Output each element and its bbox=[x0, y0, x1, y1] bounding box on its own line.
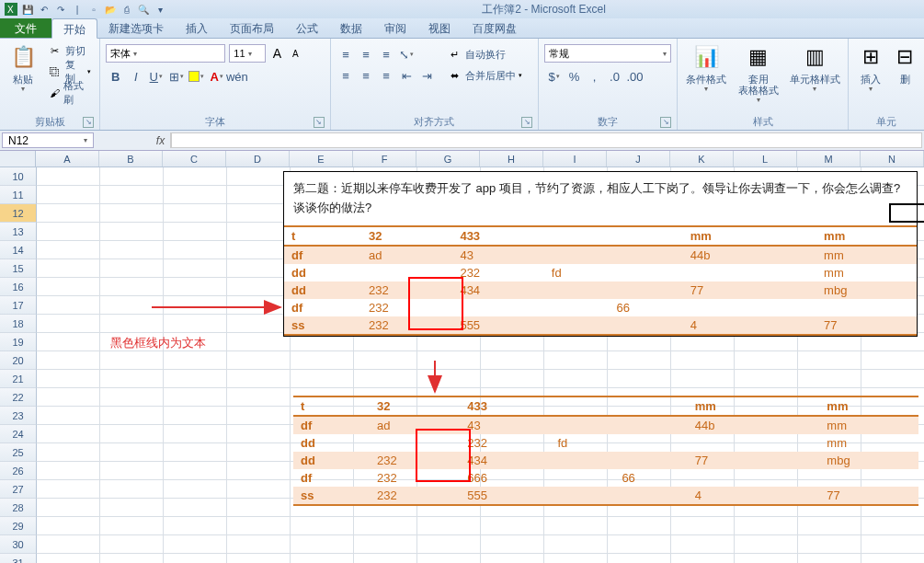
formula-input[interactable] bbox=[171, 132, 922, 148]
col-head-M[interactable]: M bbox=[797, 151, 861, 167]
indent-dec-button[interactable]: ⇤ bbox=[397, 65, 417, 86]
col-head-C[interactable]: C bbox=[163, 151, 226, 167]
table-format-button[interactable]: ▦套用 表格格式▾ bbox=[734, 40, 783, 104]
row-head-23[interactable]: 23 bbox=[0, 407, 37, 425]
row-head-15[interactable]: 15 bbox=[0, 259, 37, 278]
number-dialog-icon[interactable]: ↘ bbox=[660, 117, 671, 128]
font-color-button[interactable]: A bbox=[207, 66, 227, 86]
indent-inc-button[interactable]: ⇥ bbox=[417, 65, 438, 86]
grow-font-icon[interactable]: A bbox=[269, 46, 284, 61]
fx-button[interactable]: fx bbox=[151, 132, 171, 148]
merge-center-button[interactable]: ⬌合并后居中▾ bbox=[445, 65, 525, 86]
row-head-20[interactable]: 20 bbox=[0, 351, 37, 370]
row-head-11[interactable]: 11 bbox=[0, 186, 37, 204]
inc-decimal-button[interactable]: .0 bbox=[605, 66, 625, 86]
row-head-17[interactable]: 17 bbox=[0, 296, 37, 315]
col-head-L[interactable]: L bbox=[734, 151, 797, 167]
tab-newtab[interactable]: 新建选项卡 bbox=[97, 18, 175, 38]
row-head-13[interactable]: 13 bbox=[0, 223, 37, 241]
delete-cells-button[interactable]: ⊟删 bbox=[891, 40, 918, 85]
row-head-10[interactable]: 10 bbox=[0, 167, 37, 186]
cell-style-button[interactable]: ▥单元格样式▾ bbox=[787, 40, 842, 93]
bold-button[interactable]: B bbox=[106, 66, 126, 86]
clipboard-dialog-icon[interactable]: ↘ bbox=[83, 117, 94, 128]
tab-layout[interactable]: 页面布局 bbox=[219, 18, 285, 38]
align-dialog-icon[interactable]: ↘ bbox=[521, 117, 532, 128]
col-head-F[interactable]: F bbox=[353, 151, 416, 167]
font-dialog-icon[interactable]: ↘ bbox=[314, 117, 325, 128]
group-align: ≡ ≡ ≡ ⤡ ≡ ≡ ≡ ⇤ ⇥ ↵自动换行 ⬌合并后居中▾ 对齐方式↘ bbox=[331, 39, 539, 130]
orientation-button[interactable]: ⤡ bbox=[397, 44, 417, 64]
name-box[interactable]: N12▾ bbox=[2, 132, 94, 148]
row-head-27[interactable]: 27 bbox=[0, 480, 37, 499]
align-right-button[interactable]: ≡ bbox=[377, 65, 397, 86]
redo-icon[interactable]: ↷ bbox=[53, 2, 68, 17]
comma-button[interactable]: , bbox=[585, 66, 605, 86]
row-head-30[interactable]: 30 bbox=[0, 535, 37, 554]
col-head-D[interactable]: D bbox=[226, 151, 290, 167]
phonetic-button[interactable]: wén bbox=[227, 66, 247, 86]
italic-button[interactable]: I bbox=[126, 66, 146, 86]
table-header-cell: 433 bbox=[460, 396, 550, 416]
border-button[interactable]: ⊞ bbox=[166, 66, 187, 86]
row-head-28[interactable]: 28 bbox=[0, 499, 37, 517]
tab-review[interactable]: 审阅 bbox=[373, 18, 417, 38]
new-icon[interactable]: ▫ bbox=[86, 2, 101, 17]
col-head-B[interactable]: B bbox=[99, 151, 163, 167]
row-head-31[interactable]: 31 bbox=[0, 554, 37, 563]
tab-view[interactable]: 视图 bbox=[417, 18, 462, 38]
tab-file[interactable]: 文件 bbox=[0, 18, 51, 38]
row-head-16[interactable]: 16 bbox=[0, 278, 37, 296]
undo-icon[interactable]: ↶ bbox=[37, 2, 51, 17]
align-middle-button[interactable]: ≡ bbox=[357, 44, 377, 64]
tab-formula[interactable]: 公式 bbox=[285, 18, 329, 38]
align-top-button[interactable]: ≡ bbox=[337, 44, 357, 64]
wrap-text-button[interactable]: ↵自动换行 bbox=[445, 44, 525, 64]
tab-insert[interactable]: 插入 bbox=[175, 18, 219, 38]
tab-baidu[interactable]: 百度网盘 bbox=[462, 18, 528, 38]
row-head-18[interactable]: 18 bbox=[0, 315, 37, 333]
row-head-25[interactable]: 25 bbox=[0, 443, 37, 462]
quick-print-icon[interactable]: ⎙ bbox=[120, 2, 134, 17]
font-name-select[interactable]: 宋体▾ bbox=[106, 44, 225, 63]
row-head-26[interactable]: 26 bbox=[0, 462, 37, 480]
preview-icon[interactable]: 🔍 bbox=[136, 2, 151, 17]
cond-format-button[interactable]: 📊条件格式▾ bbox=[683, 40, 730, 93]
save-icon[interactable]: 💾 bbox=[20, 2, 35, 17]
qat-more-icon[interactable]: ▾ bbox=[153, 2, 167, 17]
row-head-24[interactable]: 24 bbox=[0, 425, 37, 443]
dec-decimal-button[interactable]: .00 bbox=[625, 66, 645, 86]
align-left-button[interactable]: ≡ bbox=[337, 65, 357, 86]
row-head-29[interactable]: 29 bbox=[0, 517, 37, 535]
row-head-12[interactable]: 12 bbox=[0, 204, 37, 223]
font-size-select[interactable]: 11▾ bbox=[229, 44, 266, 63]
row-head-21[interactable]: 21 bbox=[0, 370, 37, 388]
col-head-K[interactable]: K bbox=[670, 151, 734, 167]
col-head-J[interactable]: J bbox=[607, 151, 670, 167]
col-head-E[interactable]: E bbox=[290, 151, 353, 167]
insert-cells-button[interactable]: ⊞插入▾ bbox=[854, 40, 887, 93]
col-head-N[interactable]: N bbox=[861, 151, 924, 167]
number-format-select[interactable]: 常规▾ bbox=[544, 44, 671, 63]
row-head-22[interactable]: 22 bbox=[0, 388, 37, 407]
select-all-corner[interactable] bbox=[0, 151, 36, 167]
col-head-G[interactable]: G bbox=[416, 151, 480, 167]
tab-home[interactable]: 开始 bbox=[51, 18, 97, 39]
row-head-19[interactable]: 19 bbox=[0, 333, 37, 351]
paste-button[interactable]: 📋 粘贴 ▾ bbox=[6, 40, 41, 93]
shrink-font-icon[interactable]: A bbox=[288, 46, 302, 61]
fill-color-button[interactable] bbox=[187, 66, 207, 86]
tab-data[interactable]: 数据 bbox=[329, 18, 373, 38]
align-bottom-button[interactable]: ≡ bbox=[377, 44, 397, 64]
currency-button[interactable]: $ bbox=[544, 66, 565, 86]
cell-area[interactable]: 第二题：近期以来停车收费开发了 app 项目，节约了资源，相应人工下岗了。领导让… bbox=[37, 167, 924, 563]
col-head-A[interactable]: A bbox=[36, 151, 99, 167]
row-head-14[interactable]: 14 bbox=[0, 241, 37, 259]
col-head-I[interactable]: I bbox=[543, 151, 607, 167]
align-center-button[interactable]: ≡ bbox=[357, 65, 377, 86]
percent-button[interactable]: % bbox=[565, 66, 585, 86]
underline-button[interactable]: U bbox=[146, 66, 166, 86]
col-head-H[interactable]: H bbox=[480, 151, 543, 167]
open-icon[interactable]: 📂 bbox=[103, 2, 118, 17]
format-painter-button[interactable]: 🖌格式刷 bbox=[45, 83, 95, 103]
